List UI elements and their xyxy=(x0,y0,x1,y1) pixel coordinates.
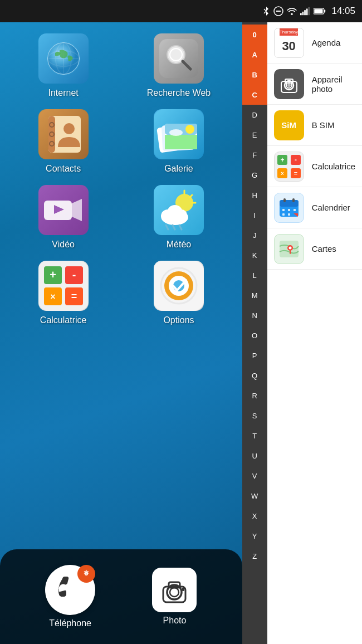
alpha-t[interactable]: T xyxy=(242,426,267,446)
alpha-i[interactable]: I xyxy=(242,205,267,225)
alpha-k[interactable]: K xyxy=(242,245,267,265)
calculatrice-list-icon: + - × = xyxy=(274,152,304,182)
battery-icon xyxy=(314,7,326,15)
galerie-label: Galerie xyxy=(164,164,193,174)
dock: Téléphone Photo xyxy=(0,549,242,644)
alpha-g[interactable]: G xyxy=(242,165,267,185)
svg-rect-89 xyxy=(282,209,285,211)
bluetooth-icon xyxy=(262,6,270,16)
recherche-label: Recherche Web xyxy=(147,88,211,98)
svg-text:=: = xyxy=(293,170,297,177)
svg-rect-91 xyxy=(293,209,296,211)
svg-point-28 xyxy=(63,123,75,134)
alpha-a[interactable]: A xyxy=(242,45,267,65)
alpha-v[interactable]: V xyxy=(242,466,267,486)
alpha-h[interactable]: H xyxy=(242,185,267,205)
svg-rect-3 xyxy=(302,12,304,15)
svg-point-68 xyxy=(170,588,179,597)
bsim-list-label: B SIM xyxy=(312,120,335,130)
agenda-list-icon: Thursday 30 xyxy=(274,28,304,58)
alpha-s[interactable]: S xyxy=(242,406,267,426)
svg-rect-90 xyxy=(288,209,290,211)
list-item-calculatrice[interactable]: + - × = Calculatrice xyxy=(267,146,362,187)
alpha-f[interactable]: F xyxy=(242,145,267,165)
svg-rect-86 xyxy=(280,200,299,207)
calculatrice-label: Calculatrice xyxy=(40,315,87,325)
alpha-n[interactable]: N xyxy=(242,305,267,325)
status-time: 14:05 xyxy=(331,6,355,17)
alpha-m[interactable]: M xyxy=(242,285,267,305)
alpha-0[interactable]: 0 xyxy=(242,25,267,45)
list-item-cartes[interactable]: Cartes xyxy=(267,228,362,270)
app-internet[interactable]: Internet xyxy=(11,33,115,98)
alpha-d[interactable]: D xyxy=(242,105,267,125)
list-item-appareil-photo[interactable]: Appareil photo xyxy=(267,64,362,105)
alpha-u[interactable]: U xyxy=(242,446,267,466)
svg-point-21 xyxy=(170,49,182,60)
svg-text:×: × xyxy=(281,170,284,177)
svg-point-76 xyxy=(287,84,291,87)
phone-dock-container xyxy=(45,565,95,615)
alpha-e[interactable]: E xyxy=(242,125,267,145)
svg-rect-87 xyxy=(283,198,286,202)
svg-rect-5 xyxy=(306,9,308,16)
dock-telephone[interactable]: Téléphone xyxy=(45,565,95,628)
cartes-list-icon xyxy=(274,234,304,264)
svg-point-35 xyxy=(185,125,194,134)
app-grid: Internet xyxy=(0,22,242,549)
dnd-icon xyxy=(273,6,283,16)
right-panel: 0 A B C D E F G H I J K L M N O P Q R S … xyxy=(242,22,362,644)
app-list: Thursday 30 Agenda Appareil photo xyxy=(267,22,362,644)
svg-rect-8 xyxy=(324,9,326,12)
options-icon xyxy=(154,261,204,311)
alpha-l[interactable]: L xyxy=(242,265,267,285)
alpha-z[interactable]: Z xyxy=(242,546,267,566)
list-item-calendrier[interactable]: Calendrier xyxy=(267,187,362,228)
alpha-p[interactable]: P xyxy=(242,345,267,365)
appareil-photo-list-label: Appareil photo xyxy=(312,75,355,94)
signal-icon xyxy=(300,7,310,16)
svg-text:+: + xyxy=(280,156,284,164)
alpha-w[interactable]: W xyxy=(242,486,267,506)
svg-rect-9 xyxy=(315,9,323,13)
svg-rect-88 xyxy=(292,198,295,202)
svg-text:-: - xyxy=(72,269,76,281)
list-item-bsim[interactable]: SiM B SIM xyxy=(267,105,362,146)
app-video[interactable]: Vidéo xyxy=(11,185,115,250)
galerie-icon xyxy=(154,109,204,159)
alpha-c[interactable]: C xyxy=(242,85,267,105)
alpha-q[interactable]: Q xyxy=(242,365,267,386)
app-options[interactable]: Options xyxy=(126,261,231,325)
calculatrice-list-label: Calculatrice xyxy=(312,162,355,171)
list-item-agenda[interactable]: Thursday 30 Agenda xyxy=(267,22,362,64)
app-contacts[interactable]: Contacts xyxy=(11,109,115,174)
alpha-j[interactable]: J xyxy=(242,225,267,245)
cartes-list-label: Cartes xyxy=(312,244,336,253)
alpha-strip: 0 A B C D E F G H I J K L M N O P Q R S … xyxy=(242,22,267,644)
internet-icon xyxy=(38,33,89,84)
calendrier-list-icon xyxy=(274,193,304,223)
contacts-icon xyxy=(38,109,89,159)
app-calculatrice[interactable]: + - × = Calculatrice xyxy=(11,261,115,325)
status-bar: 14:05 xyxy=(0,0,362,22)
alpha-o[interactable]: O xyxy=(242,325,267,345)
app-meteo[interactable]: Météo xyxy=(126,185,231,250)
svg-rect-93 xyxy=(288,213,290,216)
options-label: Options xyxy=(163,315,194,325)
alpha-r[interactable]: R xyxy=(242,386,267,406)
dock-photo[interactable]: Photo xyxy=(152,568,197,626)
svg-rect-6 xyxy=(309,7,310,15)
app-recherche-web[interactable]: Recherche Web xyxy=(126,33,231,98)
video-icon xyxy=(38,185,89,235)
appareil-photo-list-icon xyxy=(274,69,304,99)
alpha-x[interactable]: X xyxy=(242,506,267,526)
svg-rect-2 xyxy=(300,13,302,16)
svg-point-16 xyxy=(48,43,79,74)
app-galerie[interactable]: Galerie xyxy=(126,109,231,174)
home-screen: Internet xyxy=(0,22,242,644)
alpha-b[interactable]: B xyxy=(242,65,267,85)
alpha-y[interactable]: Y xyxy=(242,526,267,546)
recherche-icon xyxy=(154,33,204,84)
internet-label: Internet xyxy=(48,88,79,98)
svg-text:=: = xyxy=(71,291,77,302)
